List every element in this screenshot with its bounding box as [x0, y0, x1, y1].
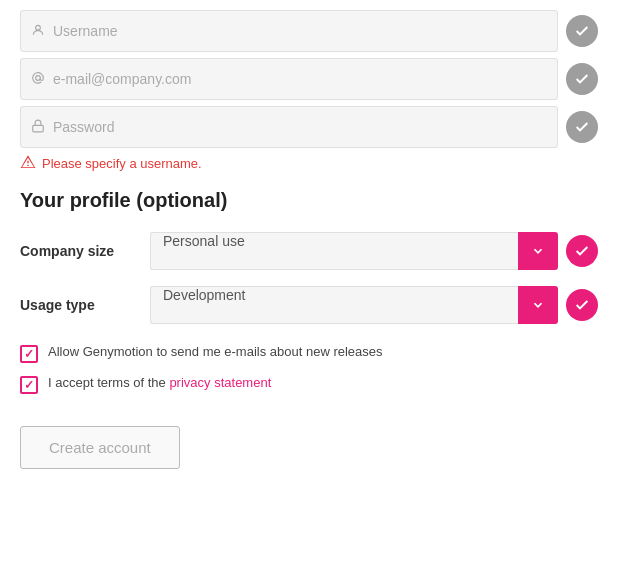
email-input[interactable]: e-mail@company.com [20, 58, 558, 100]
usage-type-check [566, 289, 598, 321]
error-text: Please specify a username. [42, 156, 202, 171]
allow-emails-checkbox[interactable]: ✓ [20, 345, 38, 363]
username-row: Username [20, 10, 598, 52]
password-check [566, 111, 598, 143]
usage-type-dropdown-wrapper: Development [150, 286, 558, 324]
username-input[interactable]: Username [20, 10, 558, 52]
user-icon [31, 23, 45, 40]
usage-type-row: Usage type Development [20, 286, 598, 324]
create-account-button[interactable]: Create account [20, 426, 180, 469]
email-placeholder: e-mail@company.com [53, 71, 191, 87]
accept-terms-checkbox[interactable]: ✓ [20, 376, 38, 394]
email-check [566, 63, 598, 95]
profile-section-title: Your profile (optional) [20, 189, 598, 212]
username-check [566, 15, 598, 47]
company-size-dropdown-wrapper: Personal use [150, 232, 558, 270]
form-container: Username e-mail@company.com [0, 0, 618, 489]
accept-terms-row: ✓ I accept terms of the privacy statemen… [20, 375, 598, 394]
allow-emails-row: ✓ Allow Genymotion to send me e-mails ab… [20, 344, 598, 363]
accept-terms-checkmark: ✓ [24, 378, 34, 392]
privacy-statement-link[interactable]: privacy statement [169, 375, 271, 390]
at-icon [31, 71, 45, 88]
usage-type-value[interactable]: Development [150, 286, 518, 324]
company-size-dropdown-btn[interactable] [518, 232, 558, 270]
svg-rect-2 [33, 125, 44, 131]
usage-type-label: Usage type [20, 297, 150, 313]
checkbox-section: ✓ Allow Genymotion to send me e-mails ab… [20, 344, 598, 394]
svg-point-0 [36, 25, 41, 30]
allow-emails-checkmark: ✓ [24, 347, 34, 361]
usage-type-dropdown-btn[interactable] [518, 286, 558, 324]
password-input[interactable]: Password [20, 106, 558, 148]
warning-icon [20, 154, 36, 173]
svg-point-1 [36, 75, 41, 80]
password-placeholder: Password [53, 119, 114, 135]
company-size-check [566, 235, 598, 267]
error-message-row: Please specify a username. [20, 154, 598, 173]
allow-emails-label: Allow Genymotion to send me e-mails abou… [48, 344, 383, 359]
email-row: e-mail@company.com [20, 58, 598, 100]
company-size-value[interactable]: Personal use [150, 232, 518, 270]
username-placeholder: Username [53, 23, 118, 39]
lock-icon [31, 119, 45, 136]
password-row: Password [20, 106, 598, 148]
company-size-label: Company size [20, 243, 150, 259]
company-size-row: Company size Personal use [20, 232, 598, 270]
accept-terms-label: I accept terms of the privacy statement [48, 375, 271, 390]
